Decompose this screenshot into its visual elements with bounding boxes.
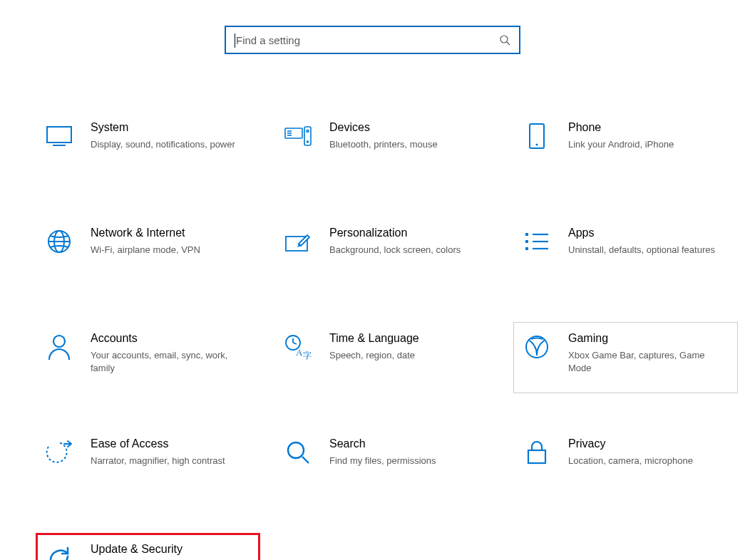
sync-icon — [45, 544, 73, 560]
time-language-icon: A 字 — [284, 333, 312, 361]
svg-text:A: A — [296, 347, 303, 358]
tile-text: Apps Uninstall, defaults, optional featu… — [568, 224, 729, 256]
tile-devices[interactable]: Devices Bluetooth, printers, mouse — [274, 111, 499, 182]
tile-desc: Bluetooth, printers, mouse — [329, 138, 490, 151]
tile-desc: Narrator, magnifier, high contrast — [91, 455, 251, 467]
tile-text: Privacy Location, camera, microphone — [568, 435, 729, 467]
tile-desc: Wi-Fi, airplane mode, VPN — [91, 244, 251, 256]
svg-line-31 — [302, 457, 309, 463]
tile-desc: Uninstall, defaults, optional features — [568, 244, 729, 256]
search-icon — [499, 34, 510, 46]
tile-text: Phone Link your Android, iPhone — [568, 119, 729, 151]
apps-list-icon — [523, 227, 551, 256]
tile-personalization[interactable]: Personalization Background, lock screen,… — [274, 217, 499, 288]
svg-rect-32 — [528, 450, 545, 463]
globe-icon — [45, 227, 73, 256]
tile-accounts[interactable]: Accounts Your accounts, email, sync, wor… — [36, 322, 260, 393]
paintbrush-icon — [284, 227, 312, 256]
settings-grid: System Display, sound, notifications, po… — [0, 111, 745, 560]
tile-text: Time & Language Speech, region, date — [329, 330, 490, 362]
tile-desc: Speech, region, date — [329, 349, 490, 362]
tile-ease-of-access[interactable]: Ease of Access Narrator, magnifier, high… — [36, 427, 260, 499]
magnifier-icon — [284, 438, 312, 467]
tile-desc: Xbox Game Bar, captures, Game Mode — [568, 349, 729, 375]
svg-point-23 — [53, 336, 65, 347]
svg-rect-2 — [47, 127, 71, 142]
tile-search[interactable]: Search Find my files, permissions — [274, 427, 499, 499]
system-icon — [45, 122, 73, 150]
tile-privacy[interactable]: Privacy Location, camera, microphone — [513, 427, 738, 499]
svg-point-0 — [500, 36, 508, 43]
person-icon — [45, 333, 73, 361]
svg-rect-18 — [525, 240, 528, 243]
svg-point-30 — [288, 442, 304, 458]
tile-title: Network & Internet — [91, 226, 251, 241]
tile-desc: Link your Android, iPhone — [568, 138, 729, 151]
svg-point-10 — [307, 141, 309, 142]
phone-icon — [523, 122, 551, 150]
tile-text: Ease of Access Narrator, magnifier, high… — [91, 435, 251, 467]
search-area — [0, 26, 745, 54]
tile-title: Time & Language — [329, 331, 490, 346]
tile-text: Gaming Xbox Game Bar, captures, Game Mod… — [568, 330, 729, 375]
settings-home: System Display, sound, notifications, po… — [0, 0, 745, 560]
svg-point-12 — [536, 144, 538, 146]
devices-icon — [284, 122, 312, 150]
xbox-icon — [523, 333, 551, 361]
tile-title: Apps — [568, 226, 729, 241]
tile-text: Devices Bluetooth, printers, mouse — [329, 119, 490, 151]
tile-phone[interactable]: Phone Link your Android, iPhone — [513, 111, 738, 182]
tile-system[interactable]: System Display, sound, notifications, po… — [36, 111, 260, 182]
search-box[interactable] — [225, 26, 520, 54]
svg-line-1 — [507, 42, 510, 45]
tile-desc: Find my files, permissions — [329, 455, 490, 467]
svg-point-9 — [307, 130, 309, 133]
tile-title: Privacy — [568, 437, 729, 452]
tile-title: System — [91, 120, 251, 135]
tile-title: Devices — [329, 120, 490, 135]
tile-title: Ease of Access — [91, 437, 251, 452]
tile-desc: Your accounts, email, sync, work, family — [91, 349, 251, 375]
tile-text: System Display, sound, notifications, po… — [91, 119, 251, 151]
tile-text: Personalization Background, lock screen,… — [329, 224, 490, 256]
text-cursor — [235, 33, 235, 48]
tile-title: Update & Security — [91, 542, 251, 557]
tile-title: Search — [329, 437, 490, 452]
tile-text: Accounts Your accounts, email, sync, wor… — [91, 330, 251, 375]
tile-desc: Display, sound, notifications, power — [91, 138, 251, 151]
tile-text: Update & Security Windows Update, recove… — [91, 541, 251, 560]
svg-line-26 — [293, 343, 297, 344]
svg-rect-19 — [525, 247, 528, 250]
lock-icon — [523, 438, 551, 467]
tile-text: Search Find my files, permissions — [329, 435, 490, 467]
search-input[interactable] — [235, 27, 499, 53]
tile-title: Personalization — [329, 226, 490, 241]
tile-desc: Location, camera, microphone — [568, 455, 729, 467]
tile-desc: Background, lock screen, colors — [329, 244, 490, 256]
tile-gaming[interactable]: Gaming Xbox Game Bar, captures, Game Mod… — [513, 322, 738, 393]
tile-update-security[interactable]: Update & Security Windows Update, recove… — [36, 533, 260, 560]
tile-text: Network & Internet Wi-Fi, airplane mode,… — [91, 224, 251, 256]
tile-apps[interactable]: Apps Uninstall, defaults, optional featu… — [513, 217, 738, 288]
svg-rect-17 — [525, 233, 528, 236]
tile-title: Phone — [568, 120, 729, 135]
svg-text:字: 字 — [303, 351, 312, 360]
tile-title: Accounts — [91, 331, 251, 346]
ease-of-access-icon — [45, 438, 73, 467]
tile-title: Gaming — [568, 331, 729, 346]
tile-time-language[interactable]: A 字 Time & Language Speech, region, date — [274, 322, 499, 393]
tile-network[interactable]: Network & Internet Wi-Fi, airplane mode,… — [36, 217, 260, 288]
